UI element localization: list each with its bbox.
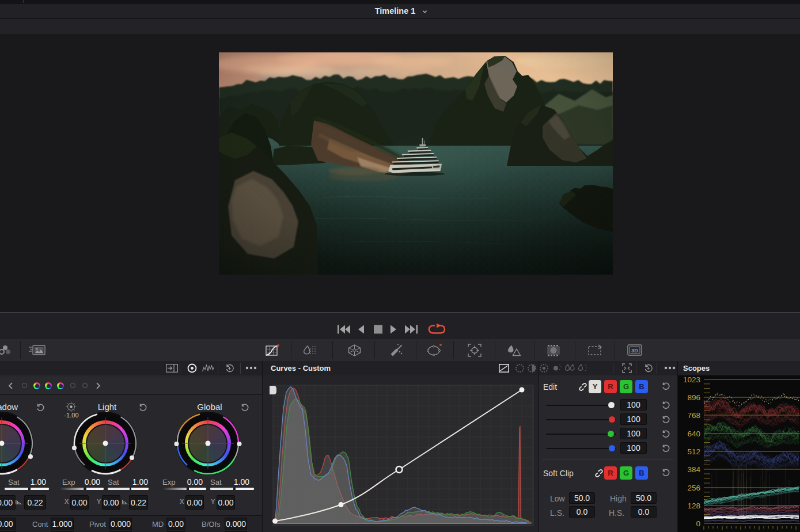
svg-text:896: 896: [687, 393, 700, 402]
svg-text:0: 0: [696, 519, 700, 528]
svg-text:768: 768: [687, 411, 700, 420]
svg-text:512: 512: [687, 447, 700, 456]
svg-text:1023: 1023: [683, 375, 700, 384]
svg-text:128: 128: [687, 501, 700, 510]
svg-text:3D: 3D: [631, 348, 638, 354]
svg-text:384: 384: [687, 465, 700, 474]
svg-text:640: 640: [687, 430, 700, 438]
svg-text:256: 256: [687, 484, 700, 492]
